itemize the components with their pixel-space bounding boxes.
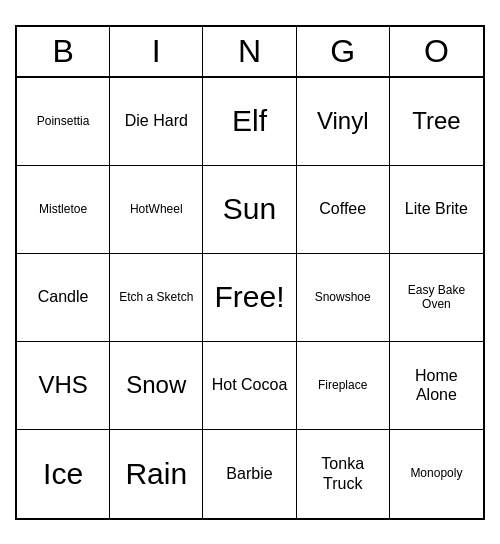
bingo-cell: Sun: [203, 166, 296, 254]
bingo-cell: Free!: [203, 254, 296, 342]
bingo-cell: Hot Cocoa: [203, 342, 296, 430]
bingo-header: BINGO: [17, 27, 483, 78]
bingo-cell: Snowshoe: [297, 254, 390, 342]
header-letter: B: [17, 27, 110, 76]
bingo-cell: Candle: [17, 254, 110, 342]
bingo-cell: Coffee: [297, 166, 390, 254]
bingo-cell: Home Alone: [390, 342, 483, 430]
cell-text: Coffee: [319, 199, 366, 218]
cell-text: Lite Brite: [405, 199, 468, 218]
bingo-cell: Poinsettia: [17, 78, 110, 166]
header-letter: G: [297, 27, 390, 76]
bingo-cell: Ice: [17, 430, 110, 518]
bingo-cell: Rain: [110, 430, 203, 518]
cell-text: Snow: [126, 371, 186, 400]
cell-text: Tree: [412, 107, 460, 136]
cell-text: Hot Cocoa: [212, 375, 288, 394]
cell-text: VHS: [38, 371, 87, 400]
cell-text: Barbie: [226, 464, 272, 483]
cell-text: Easy Bake Oven: [394, 283, 479, 312]
cell-text: Mistletoe: [39, 202, 87, 216]
cell-text: Rain: [125, 456, 187, 492]
bingo-cell: Vinyl: [297, 78, 390, 166]
cell-text: Home Alone: [394, 366, 479, 404]
cell-text: Vinyl: [317, 107, 369, 136]
bingo-grid: PoinsettiaDie HardElfVinylTreeMistletoeH…: [17, 78, 483, 518]
bingo-cell: Easy Bake Oven: [390, 254, 483, 342]
bingo-cell: Mistletoe: [17, 166, 110, 254]
cell-text: Candle: [38, 287, 89, 306]
cell-text: Free!: [214, 279, 284, 315]
cell-text: HotWheel: [130, 202, 183, 216]
header-letter: O: [390, 27, 483, 76]
bingo-cell: Die Hard: [110, 78, 203, 166]
bingo-cell: Tree: [390, 78, 483, 166]
cell-text: Elf: [232, 103, 267, 139]
bingo-cell: Tonka Truck: [297, 430, 390, 518]
bingo-cell: Lite Brite: [390, 166, 483, 254]
header-letter: I: [110, 27, 203, 76]
bingo-cell: Snow: [110, 342, 203, 430]
bingo-card: BINGO PoinsettiaDie HardElfVinylTreeMist…: [15, 25, 485, 520]
cell-text: Tonka Truck: [301, 454, 385, 492]
cell-text: Monopoly: [410, 466, 462, 480]
cell-text: Sun: [223, 191, 276, 227]
cell-text: Poinsettia: [37, 114, 90, 128]
cell-text: Fireplace: [318, 378, 367, 392]
cell-text: Die Hard: [125, 111, 188, 130]
cell-text: Ice: [43, 456, 83, 492]
bingo-cell: Etch a Sketch: [110, 254, 203, 342]
cell-text: Etch a Sketch: [119, 290, 193, 304]
bingo-cell: Barbie: [203, 430, 296, 518]
bingo-cell: Elf: [203, 78, 296, 166]
bingo-cell: Monopoly: [390, 430, 483, 518]
bingo-cell: VHS: [17, 342, 110, 430]
bingo-cell: HotWheel: [110, 166, 203, 254]
cell-text: Snowshoe: [315, 290, 371, 304]
bingo-cell: Fireplace: [297, 342, 390, 430]
header-letter: N: [203, 27, 296, 76]
